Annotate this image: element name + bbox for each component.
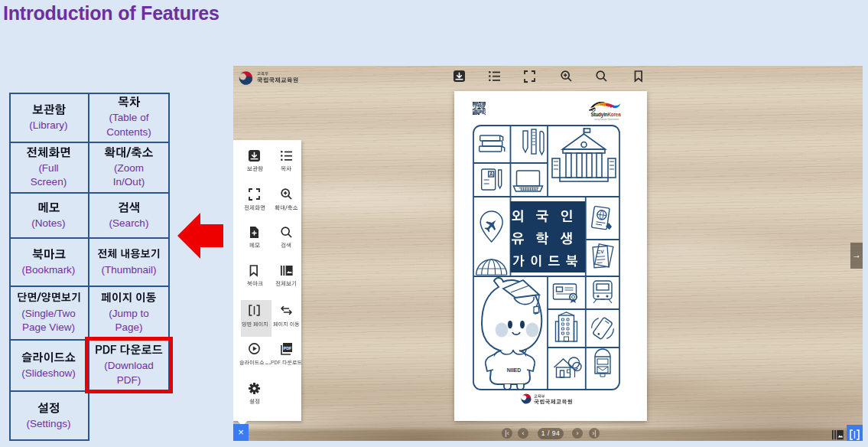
svg-text:run by Korean Government: run by Korean Government	[594, 118, 619, 121]
svg-text:NIIED: NIIED	[507, 367, 522, 373]
svg-text:StudyinKorea: StudyinKorea	[590, 112, 621, 118]
svg-text:CV: CV	[597, 249, 604, 255]
svg-text:A: A	[489, 171, 493, 177]
